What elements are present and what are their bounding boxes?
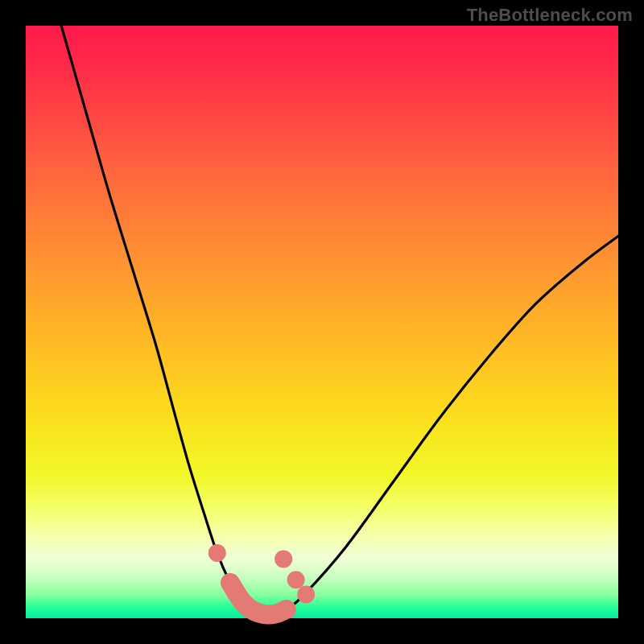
bottleneck-curve (61, 26, 618, 615)
point-d-marker (297, 586, 315, 604)
point-b-marker (275, 550, 292, 568)
watermark-label: TheBottleneck.com (467, 5, 633, 26)
chart-overlay (26, 26, 618, 618)
point-a-marker (208, 544, 226, 562)
point-c-marker (287, 571, 305, 588)
chart-frame: TheBottleneck.com (0, 0, 644, 644)
optimal-range (230, 583, 287, 615)
